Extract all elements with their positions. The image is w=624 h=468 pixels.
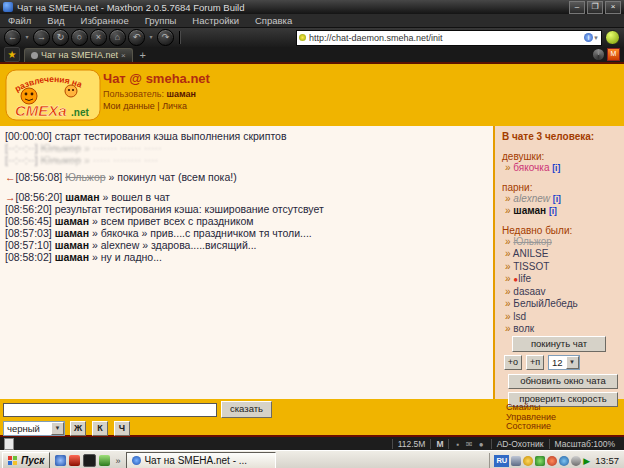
format-button[interactable]: К	[92, 421, 108, 436]
tray-icon-6[interactable]	[571, 456, 581, 466]
chevron-down-icon[interactable]: ▼	[566, 356, 579, 369]
address-input[interactable]: http://chat-daemon.smeha.net/init i ▼	[296, 30, 602, 46]
font-size-select[interactable]: 12 ▼	[548, 355, 580, 370]
user-info-link[interactable]: [i]	[553, 194, 561, 204]
recent-user-item: » БелыйЛебедь	[502, 298, 622, 311]
menu-item[interactable]: Файл	[0, 15, 39, 26]
tray-icon-3[interactable]	[535, 456, 545, 466]
quicklaunch-overflow-icon[interactable]: »	[115, 456, 120, 466]
tray-icon-2[interactable]	[523, 456, 533, 466]
chevron-down-icon[interactable]: ▼	[51, 422, 64, 435]
user-info-link[interactable]: [i]	[552, 163, 560, 173]
format-button[interactable]: Ч	[114, 421, 130, 436]
recent-user-item: » ANILSE	[502, 248, 622, 261]
close-button[interactable]: ×	[605, 1, 621, 14]
toolbar-button-icon[interactable]: ←	[4, 29, 21, 46]
favorites-star-icon[interactable]: ★	[4, 47, 20, 62]
boss-key-label[interactable]: M	[430, 439, 448, 449]
format-button[interactable]: Ж	[70, 421, 86, 436]
message-author[interactable]: шаман	[55, 239, 89, 251]
toolbar-button-icon[interactable]: ↷	[157, 29, 174, 46]
message-author[interactable]: Юльжор	[41, 142, 81, 154]
my-data-link[interactable]: Мои данные	[103, 101, 155, 111]
start-button[interactable]: Пуск	[2, 452, 50, 468]
message-author[interactable]: Юльжор	[41, 154, 81, 166]
chat-message-input[interactable]	[3, 403, 217, 417]
menu-item[interactable]: Вид	[39, 15, 72, 26]
message-author[interactable]: шаман	[55, 251, 89, 263]
message-time: [··:··:··]	[5, 142, 38, 154]
boss-key-icon[interactable]: M	[607, 48, 620, 61]
user-link[interactable]: Юльжор	[513, 236, 552, 247]
quicklaunch-icon-4[interactable]	[99, 455, 110, 466]
text-color-select[interactable]: черный ▼	[3, 421, 65, 436]
footer-link[interactable]: Состояние	[506, 422, 624, 432]
task-label: Чат на SMEHA.net - ...	[144, 455, 247, 466]
tab-chat[interactable]: Чат на SMEHA.net ×	[24, 48, 133, 62]
window-icon[interactable]: ▪	[454, 440, 461, 449]
message-author[interactable]: шаман	[55, 227, 89, 239]
leave-chat-button[interactable]: покинуть чат	[512, 336, 606, 352]
globe-icon[interactable]: ●	[477, 440, 486, 449]
toolbar-button-icon[interactable]: →	[33, 29, 50, 46]
message-author[interactable]: шаман	[65, 191, 99, 203]
address-info-icon[interactable]: i	[584, 33, 593, 42]
user-list-item: » бякочка [i]	[502, 162, 622, 175]
message-author[interactable]: Юльжор	[65, 171, 105, 183]
toolbar-button-icon[interactable]: ○	[71, 29, 88, 46]
menu-item[interactable]: Группы	[137, 15, 185, 26]
taskbar-task-button[interactable]: Чат на SMEHA.net - ...	[126, 452, 276, 468]
tray-icon-4[interactable]	[547, 456, 557, 466]
language-indicator[interactable]: RU	[494, 455, 509, 467]
tab-close-icon[interactable]: ×	[121, 51, 126, 60]
user-link[interactable]: dasaav	[513, 286, 545, 297]
user-link[interactable]: life	[518, 273, 531, 284]
user-link[interactable]: alexnew	[513, 193, 550, 204]
add-o-button[interactable]: +о	[504, 355, 522, 370]
zoom-level[interactable]: Масштаб:100%	[549, 439, 620, 449]
skin-icon[interactable]	[593, 49, 604, 60]
user-info-link[interactable]: [i]	[549, 206, 557, 216]
user-link[interactable]: TISSOT	[513, 261, 549, 272]
tray-icon-5[interactable]	[559, 456, 569, 466]
private-messages-link[interactable]: Личка	[162, 101, 187, 111]
new-tab-button[interactable]: +	[137, 49, 149, 61]
toolbar-button-icon[interactable]: ↶	[128, 29, 145, 46]
ad-hunter-label[interactable]: AD-Охотник	[491, 439, 549, 449]
bullet-icon: »	[505, 273, 511, 284]
user-link[interactable]: шаман	[513, 205, 546, 216]
minimize-button[interactable]: –	[569, 1, 585, 14]
chat-message: [··:··:··] Юльжор » ····· ········ ····	[5, 154, 488, 166]
mail-icon[interactable]: ✉	[464, 440, 475, 449]
toolbar-button-icon[interactable]: ▾	[23, 30, 31, 45]
menu-item[interactable]: Справка	[247, 15, 300, 26]
font-size-value: 12	[549, 357, 566, 368]
quicklaunch-icon-3[interactable]	[83, 454, 96, 467]
quicklaunch-icon-1[interactable]	[55, 455, 66, 466]
tray-icon-1[interactable]	[511, 456, 521, 466]
address-dropdown-icon[interactable]: ▼	[593, 35, 599, 41]
user-link[interactable]: БелыйЛебедь	[513, 298, 577, 309]
toolbar-button-icon[interactable]: ↻	[52, 29, 69, 46]
refresh-chat-button[interactable]: обновить окно чата	[508, 374, 618, 389]
add-p-button[interactable]: +п	[526, 355, 544, 370]
toolbar-button-icon[interactable]: ⌂	[109, 29, 126, 46]
menu-item[interactable]: Настройки	[184, 15, 247, 26]
go-button[interactable]	[605, 30, 620, 45]
recent-user-item: » Юльжор	[502, 236, 622, 249]
restore-button[interactable]: ❐	[587, 1, 603, 14]
user-link[interactable]: lsd	[513, 311, 526, 322]
user-link[interactable]: бякочка	[513, 162, 549, 173]
menu-item[interactable]: Избранное	[73, 15, 137, 26]
play-status-icon[interactable]: ▶	[583, 456, 590, 466]
user-link[interactable]: ANILSE	[513, 248, 549, 259]
address-url[interactable]: http://chat-daemon.smeha.net/init	[309, 33, 584, 43]
toolbar-button-icon[interactable]: ▾	[147, 30, 155, 45]
toolbar-button-icon[interactable]: ×	[90, 29, 107, 46]
title-bar: Чат на SMEHA.net - Maxthon 2.0.5.7684 Fo…	[0, 0, 624, 14]
say-button[interactable]: сказать	[221, 401, 272, 418]
user-link[interactable]: волк	[513, 323, 534, 334]
quicklaunch-icon-2[interactable]	[69, 455, 80, 466]
bullet-icon: »	[505, 323, 511, 334]
message-author[interactable]: шаман	[55, 215, 89, 227]
